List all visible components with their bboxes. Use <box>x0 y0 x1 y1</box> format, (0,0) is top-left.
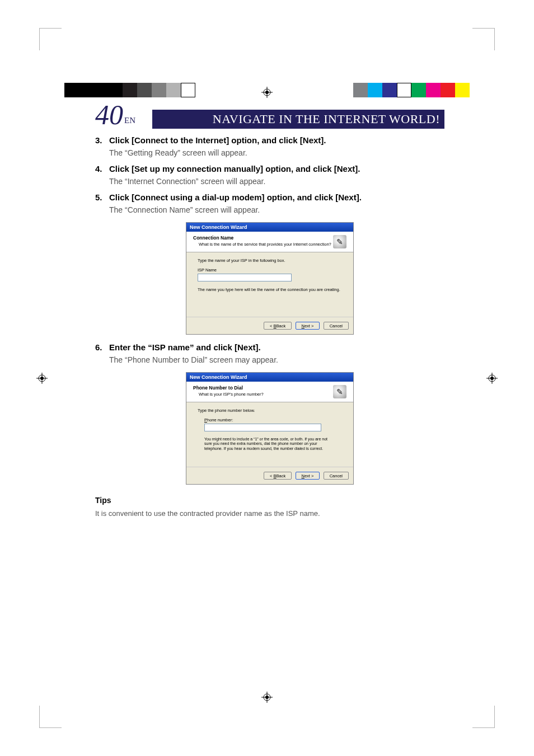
step-description: The “Internet Connection” screen will ap… <box>109 177 444 186</box>
crop-mark <box>39 706 62 728</box>
next-button[interactable]: Next > <box>296 322 320 330</box>
page-number-suffix: EN <box>124 116 135 125</box>
crop-mark <box>472 28 495 50</box>
crop-mark <box>39 28 62 50</box>
field-note: The name you type here will be the name … <box>198 287 342 292</box>
dialog-titlebar: New Connection Wizard <box>186 373 353 382</box>
step-number: 3. <box>95 135 109 145</box>
cancel-button[interactable]: Cancel <box>324 322 349 330</box>
page-header: 40 EN NAVIGATE IN THE INTERNET WORLD! <box>95 101 444 129</box>
phone-number-input[interactable] <box>204 424 321 431</box>
back-button[interactable]: < BBack <box>264 472 292 480</box>
registration-mark-icon <box>36 373 48 384</box>
step-description: The “Connection Name” screen will appear… <box>109 205 444 214</box>
phone-number-dialog: New Connection Wizard Phone Number to Di… <box>186 372 354 485</box>
field-label: ISP Name <box>198 267 342 273</box>
field-label: Phone number: <box>204 417 342 422</box>
dialog-heading: Phone Number to Dial <box>193 385 333 391</box>
registration-mark-icon <box>261 692 273 703</box>
crop-mark <box>472 706 495 728</box>
cancel-button[interactable]: Cancel <box>324 472 349 480</box>
registration-mark-icon <box>486 373 498 384</box>
dialog-heading: Connection Name <box>193 235 333 241</box>
instruction-step: 6. Enter the “ISP name” and click [Next]… <box>95 342 444 364</box>
instruction-step: 4. Click [Set up my connection manually]… <box>95 164 444 186</box>
field-note: You might need to include a “1” or the a… <box>204 437 335 451</box>
registration-mark-icon <box>261 87 273 98</box>
dialog-subheading: What is your ISP's phone number? <box>199 392 333 397</box>
tips-body: It is convenient to use the contracted p… <box>95 509 444 518</box>
wizard-icon: ✎ <box>333 385 346 398</box>
back-button[interactable]: < BBack <box>264 322 292 330</box>
page-number: 40 <box>95 101 123 129</box>
step-title: Enter the “ISP name” and click [Next]. <box>109 342 261 352</box>
instruction-step: 3. Click [Connect to the Internet] optio… <box>95 135 444 157</box>
color-calibration-bar <box>353 83 470 97</box>
step-title: Click [Set up my connection manually] op… <box>109 164 360 173</box>
step-description: The “Phone Number to Dial” screen may ap… <box>109 355 444 364</box>
section-title: NAVIGATE IN THE INTERNET WORLD! <box>152 110 444 129</box>
step-number: 6. <box>95 342 109 352</box>
field-instruction: Type the phone number below. <box>198 408 342 413</box>
connection-name-dialog: New Connection Wizard Connection Name Wh… <box>186 222 354 335</box>
step-number: 5. <box>95 192 109 202</box>
step-number: 4. <box>95 164 109 173</box>
step-description: The “Getting Ready” screen will appear. <box>109 148 444 157</box>
color-calibration-bar <box>64 83 195 97</box>
instruction-step: 5. Click [Connect using a dial-up modem]… <box>95 192 444 214</box>
dialog-subheading: What is the name of the service that pro… <box>199 242 333 247</box>
step-title: Click [Connect to the Internet] option, … <box>109 135 326 145</box>
isp-name-input[interactable] <box>198 274 292 281</box>
wizard-icon: ✎ <box>333 235 346 248</box>
tips-heading: Tips <box>95 496 444 505</box>
field-instruction: Type the name of your ISP in the followi… <box>198 258 342 263</box>
step-title: Click [Connect using a dial-up modem] op… <box>109 192 362 202</box>
dialog-titlebar: New Connection Wizard <box>186 223 353 232</box>
next-button[interactable]: Next > <box>296 472 320 480</box>
